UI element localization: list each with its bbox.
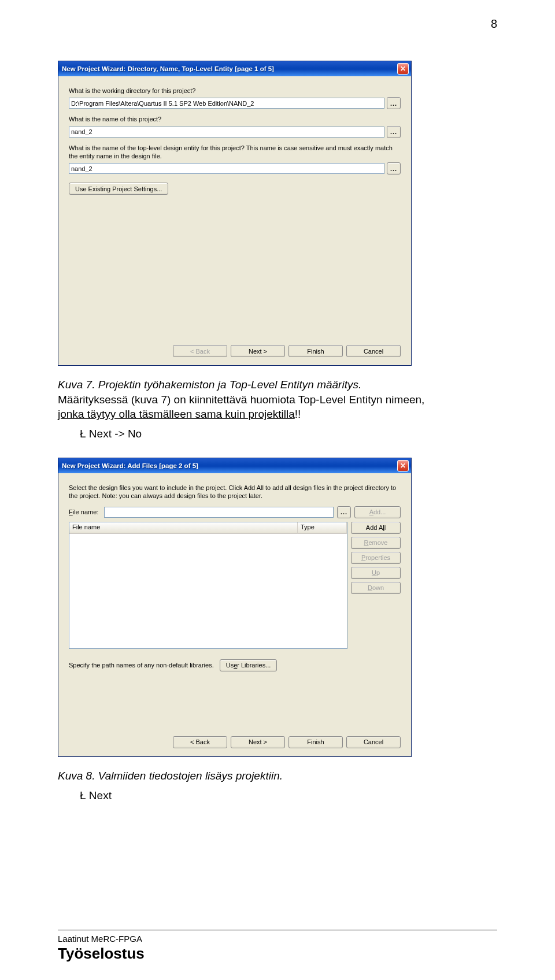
top-level-entity-input[interactable]: [69, 163, 384, 174]
add-all-button[interactable]: Add All: [351, 522, 401, 534]
file-name-label: File name:: [69, 508, 101, 515]
finish-button[interactable]: Finish: [288, 345, 343, 357]
new-project-wizard-page2-dialog: New Project Wizard: Add Files [page 2 of…: [58, 458, 412, 757]
dialog-title: New Project Wizard: Add Files [page 2 of…: [62, 462, 198, 469]
working-directory-input[interactable]: [69, 98, 384, 109]
titlebar[interactable]: New Project Wizard: Add Files [page 2 of…: [58, 458, 411, 473]
bullet-next: Ł Next: [80, 789, 497, 802]
files-listbox[interactable]: File name Type: [69, 522, 347, 649]
dialog-title: New Project Wizard: Directory, Name, Top…: [62, 65, 274, 72]
close-icon[interactable]: ✕: [397, 63, 409, 75]
wizard-buttons: < Back Next > Finish Cancel: [173, 736, 401, 748]
footer-divider: [58, 930, 497, 930]
top-level-entity-label: What is the name of the top-level design…: [69, 144, 401, 161]
down-button: Down: [351, 582, 401, 594]
back-button: < Back: [173, 345, 227, 357]
use-existing-settings-button[interactable]: Use Existing Project Settings...: [69, 183, 168, 195]
list-side-buttons: Add All Remove Properties Up Down: [351, 522, 401, 649]
titlebar[interactable]: New Project Wizard: Directory, Name, Top…: [58, 61, 411, 76]
new-project-wizard-page1-dialog: New Project Wizard: Directory, Name, Top…: [58, 61, 412, 366]
remove-button: Remove: [351, 537, 401, 549]
column-file-name[interactable]: File name: [69, 522, 298, 533]
properties-button: Properties: [351, 552, 401, 564]
caption-line-2: Määrityksessä (kuva 7) on kiinnitettävä …: [58, 394, 424, 406]
browse-name-button[interactable]: ...: [387, 126, 401, 138]
listbox-header: File name Type: [69, 522, 347, 534]
cancel-button[interactable]: Cancel: [346, 736, 401, 748]
working-directory-label: What is the working directory for this p…: [69, 87, 401, 95]
page-number: 8: [491, 17, 497, 31]
next-button[interactable]: Next >: [231, 345, 285, 357]
back-button[interactable]: < Back: [173, 736, 227, 748]
bullet-next-no: Ł Next -> No: [80, 428, 497, 440]
user-libraries-button[interactable]: User Libraries...: [220, 659, 278, 671]
dialog-body: Select the design files you want to incl…: [58, 473, 411, 756]
cancel-button[interactable]: Cancel: [346, 345, 401, 357]
browse-file-button[interactable]: ...: [337, 506, 351, 518]
project-name-input[interactable]: [69, 127, 384, 138]
finish-button[interactable]: Finish: [288, 736, 343, 748]
up-button: Up: [351, 567, 401, 579]
caption-exclaim: !!: [295, 408, 301, 420]
project-name-label: What is the name of this project?: [69, 115, 401, 123]
page-footer: Laatinut MeRC-FPGA Työselostus: [58, 930, 497, 963]
figure-7-caption: Kuva 7. Projektin työhakemiston ja Top-L…: [58, 377, 497, 422]
add-files-description: Select the design files you want to incl…: [69, 484, 401, 500]
next-button[interactable]: Next >: [231, 736, 285, 748]
file-name-input[interactable]: [104, 507, 334, 518]
footer-author: Laatinut MeRC-FPGA: [58, 934, 497, 944]
footer-title: Työselostus: [58, 945, 497, 963]
dialog-body: What is the working directory for this p…: [58, 76, 411, 365]
wizard-buttons: < Back Next > Finish Cancel: [173, 345, 401, 357]
close-icon[interactable]: ✕: [397, 460, 409, 472]
figure-8-caption: Kuva 8. Valmiiden tiedostojen lisäys pro…: [58, 769, 497, 784]
add-button: Add...: [354, 506, 401, 518]
column-type[interactable]: Type: [298, 522, 347, 533]
caption-underlined: jonka täytyy olla täsmälleen sama kuin p…: [58, 408, 295, 420]
specify-libraries-label: Specify the path names of any non-defaul…: [69, 662, 214, 669]
browse-entity-button[interactable]: ...: [387, 162, 401, 175]
browse-directory-button[interactable]: ...: [387, 97, 401, 109]
